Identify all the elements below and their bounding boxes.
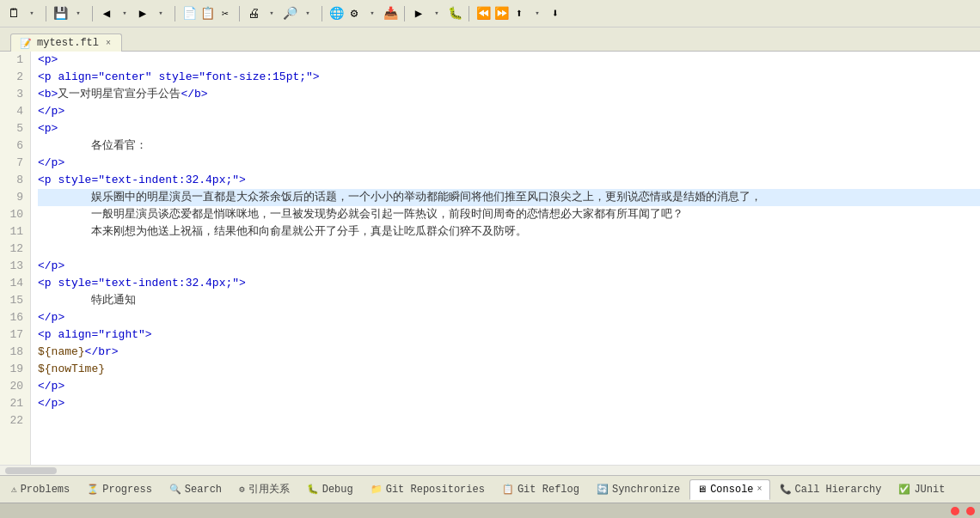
toolbar-group-4: 📄 📋 ✂ <box>181 5 234 22</box>
debug-icon: 🐛 <box>307 484 319 495</box>
code-line-12 <box>38 241 980 258</box>
forward-icon[interactable]: ▶ <box>134 5 151 22</box>
globe-icon[interactable]: 🌐 <box>328 5 345 22</box>
bottom-tab-git-reflog[interactable]: 📋Git Reflog <box>494 479 587 500</box>
bottom-tab-junit[interactable]: ✅JUnit <box>891 479 952 500</box>
code-line-5: <p> <box>38 120 980 137</box>
bottom-tab-debug[interactable]: 🐛Debug <box>299 479 361 500</box>
code-line-19: ${nowTime} <box>38 361 980 378</box>
toolbar-dropdown-9[interactable]: ▾ <box>529 5 546 22</box>
cut-icon[interactable]: ✂ <box>217 5 234 22</box>
bottom-tab-console[interactable]: 🖥Console× <box>689 479 769 500</box>
editor-area: 12345678910111213141516171819202122 <p> … <box>0 52 980 475</box>
junit-icon: ✅ <box>898 484 910 495</box>
debug-run-icon[interactable]: 🐛 <box>446 5 463 22</box>
code-line-8: <p style="text-indent:32.4px;"> <box>38 172 980 189</box>
toolbar-group-7: ▶ ▾ 🐛 <box>410 5 463 22</box>
bottom-tab-label-git-reflog: Git Reflog <box>518 484 579 496</box>
progress-icon: ⏳ <box>87 484 99 495</box>
line-numbers-gutter: 12345678910111213141516171819202122 <box>0 52 31 465</box>
code-line-9: 娱乐圈中的明星演员一直都是大众茶余饭后的话题，一个小小的举动都能瞬间将他们推至风… <box>38 189 980 206</box>
toolbar-sep-6 <box>404 6 405 21</box>
editor-tab-bar: 📝 mytest.ftl × <box>0 27 980 52</box>
toolbar-group-2: 💾 ▾ <box>52 5 87 22</box>
nav-down-icon[interactable]: ⬇ <box>547 5 564 22</box>
back-icon[interactable]: ◀ <box>98 5 115 22</box>
download-icon[interactable]: 📥 <box>382 5 399 22</box>
paste-icon[interactable]: 📋 <box>199 5 216 22</box>
code-line-20: </p> <box>38 378 980 395</box>
toolbar-sep-2 <box>92 6 93 21</box>
bottom-tab-label-problems: Problems <box>21 484 70 496</box>
copy-icon[interactable]: 📄 <box>181 5 198 22</box>
bottom-tab-git-repos[interactable]: 📁Git Repositories <box>363 479 493 500</box>
code-line-21: </p> <box>38 395 980 412</box>
toolbar-dropdown-8[interactable]: ▾ <box>428 5 445 22</box>
code-line-1: <p> <box>38 52 980 69</box>
git-repos-icon: 📁 <box>371 484 383 495</box>
code-line-4: </p> <box>38 103 980 120</box>
status-indicator-red <box>951 507 959 515</box>
status-indicator-red2 <box>966 507 975 515</box>
bottom-tab-label-synchronize: Synchronize <box>612 484 680 496</box>
tab-close-button[interactable]: × <box>104 38 113 49</box>
settings-icon[interactable]: ⚙ <box>346 5 363 22</box>
bottom-tab-label-debug: Debug <box>322 484 353 496</box>
synchronize-icon: 🔄 <box>597 484 609 495</box>
toolbar-sep-7 <box>469 6 469 21</box>
main-toolbar: 🗒 ▾ 💾 ▾ ◀ ▾ ▶ ▾ 📄 📋 ✂ 🖨 ▾ 🔎 ▾ 🌐 ⚙ ▾ 📥 ▶ … <box>0 0 980 27</box>
toolbar-group-8: ⏪ ⏩ ⬆ ▾ ⬇ <box>475 5 564 22</box>
toolbar-dropdown-1[interactable]: ▾ <box>23 5 40 22</box>
bottom-tab-progress[interactable]: ⏳Progress <box>79 479 160 500</box>
save-icon[interactable]: 💾 <box>52 5 69 22</box>
code-line-6: 各位看官： <box>38 137 980 155</box>
bottom-tab-label-references: 引用关系 <box>248 482 290 497</box>
toolbar-group-6: 🌐 ⚙ ▾ 📥 <box>328 5 399 22</box>
code-line-17: <p align="right"> <box>38 326 980 344</box>
toolbar-sep-5 <box>322 6 322 21</box>
toolbar-dropdown-3[interactable]: ▾ <box>116 5 133 22</box>
toolbar-sep-3 <box>175 6 175 21</box>
code-line-16: </p> <box>38 309 980 326</box>
nav-prev-icon[interactable]: ⏪ <box>475 5 492 22</box>
nav-up-icon[interactable]: ⬆ <box>511 5 528 22</box>
bottom-tab-references[interactable]: ⚙引用关系 <box>231 478 297 501</box>
nav-next-icon[interactable]: ⏩ <box>493 5 510 22</box>
bottom-tab-problems[interactable]: ⚠Problems <box>3 479 77 500</box>
code-line-15: 特此通知 <box>38 292 980 309</box>
search-icon: 🔍 <box>169 484 181 495</box>
horizontal-scrollbar[interactable] <box>0 465 980 475</box>
code-line-2: <p align="center" style="font-size:15pt;… <box>38 69 980 86</box>
search-icon[interactable]: 🔎 <box>281 5 298 22</box>
git-reflog-icon: 📋 <box>502 484 514 495</box>
toolbar-dropdown-5[interactable]: ▾ <box>263 5 280 22</box>
editor-tab-mytest[interactable]: 📝 mytest.ftl × <box>10 34 122 52</box>
code-editor[interactable]: <p> <p align="center" style="font-size:1… <box>31 52 980 465</box>
toolbar-dropdown-6[interactable]: ▾ <box>299 5 316 22</box>
code-line-10: 一般明星演员谈恋爱都是悄咪咪地，一旦被发现势必就会引起一阵热议，前段时间周奇的恋… <box>38 206 980 223</box>
code-line-11: 本来刚想为他送上祝福，结果他和向俞星就公开了分手，真是让吃瓜群众们猝不及防呀。 <box>38 223 980 241</box>
bottom-tab-label-progress: Progress <box>102 484 152 496</box>
run-icon[interactable]: ▶ <box>410 5 427 22</box>
code-line-13: </p> <box>38 258 980 275</box>
scrollbar-thumb[interactable] <box>5 467 57 474</box>
bottom-tab-close-console[interactable]: × <box>757 484 763 494</box>
toolbar-dropdown-7[interactable]: ▾ <box>364 5 381 22</box>
console-icon: 🖥 <box>697 484 707 495</box>
editor-content[interactable]: 12345678910111213141516171819202122 <p> … <box>0 52 980 465</box>
bottom-tab-label-console: Console <box>710 484 753 496</box>
new-file-icon[interactable]: 🗒 <box>5 5 22 22</box>
bottom-tab-label-junit: JUnit <box>914 484 945 496</box>
toolbar-sep-1 <box>46 6 46 21</box>
code-line-14: <p style="text-indent:32.4px;"> <box>38 275 980 292</box>
print-icon[interactable]: 🖨 <box>245 5 262 22</box>
toolbar-dropdown-4[interactable]: ▾ <box>152 5 169 22</box>
code-line-18: ${name}</br> <box>38 344 980 361</box>
bottom-tab-label-search: Search <box>185 484 222 496</box>
toolbar-dropdown-2[interactable]: ▾ <box>70 5 87 22</box>
call-hierarchy-icon: 📞 <box>780 484 792 495</box>
bottom-tab-call-hierarchy[interactable]: 📞Call Hierarchy <box>772 479 890 500</box>
problems-icon: ⚠ <box>11 484 17 495</box>
bottom-tab-search[interactable]: 🔍Search <box>162 479 230 500</box>
bottom-tab-synchronize[interactable]: 🔄Synchronize <box>589 479 688 500</box>
